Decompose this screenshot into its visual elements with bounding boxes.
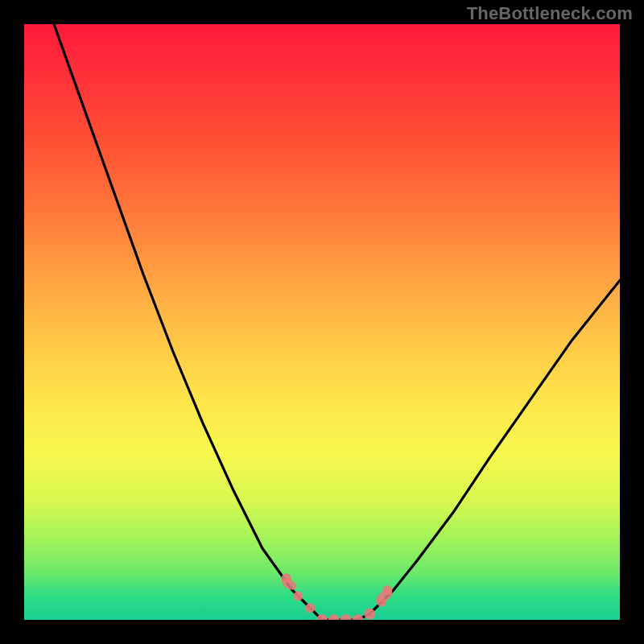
highlight-point — [328, 614, 340, 620]
highlight-point — [352, 614, 363, 620]
highlight-point — [341, 614, 352, 620]
highlight-point — [364, 609, 375, 620]
watermark-label: TheBottleneck.com — [467, 3, 633, 24]
markers-group — [280, 573, 395, 620]
curve-svg — [24, 24, 620, 620]
series-right-branch — [369, 280, 620, 613]
left-branch-path — [54, 24, 310, 608]
highlight-point — [293, 591, 303, 601]
series-left-branch — [54, 24, 310, 608]
chart-frame: TheBottleneck.com — [0, 0, 644, 644]
plot-area — [24, 24, 620, 620]
highlight-point — [305, 603, 315, 613]
right-branch-path — [369, 280, 620, 613]
